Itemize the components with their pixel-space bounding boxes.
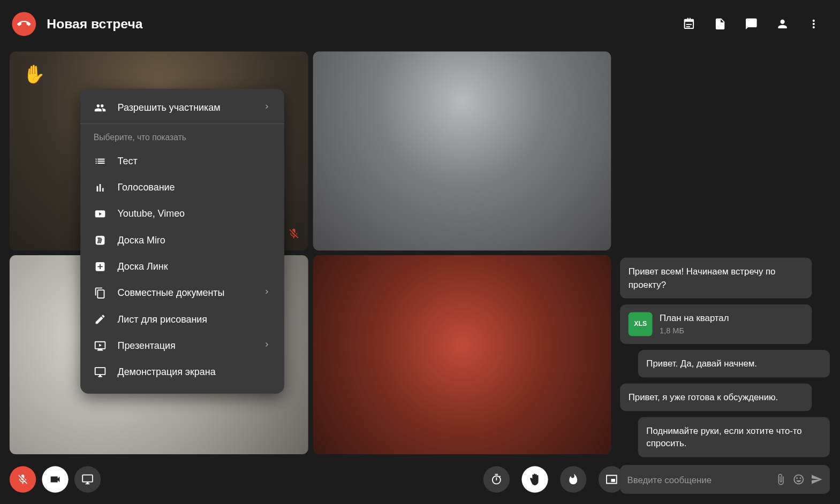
- more-button[interactable]: [807, 17, 821, 30]
- menu-label: Тест: [118, 156, 138, 166]
- chat-button[interactable]: [745, 17, 758, 30]
- attach-icon: [775, 474, 786, 485]
- mic-off-icon: [17, 474, 28, 485]
- raised-hand-icon: ✋: [23, 64, 45, 85]
- chevron-right-icon: [263, 340, 271, 351]
- chevron-right-icon: [263, 288, 271, 299]
- raise-hand-button[interactable]: [521, 466, 548, 492]
- meeting-title: Новая встреча: [47, 16, 671, 32]
- share-button[interactable]: [74, 466, 101, 492]
- group-icon: [94, 102, 107, 113]
- send-button[interactable]: [811, 474, 822, 485]
- menu-drawing[interactable]: Лист для рисования: [80, 306, 284, 332]
- notes-button[interactable]: [683, 17, 696, 30]
- menu-miro[interactable]: Доска Miro: [80, 227, 284, 253]
- menu-label: Youtube, Vimeo: [118, 209, 185, 219]
- menu-collab-docs[interactable]: Совместные документы: [80, 280, 284, 306]
- edit-icon: [94, 314, 107, 325]
- chat-message: Привет. Да, давай начнем.: [638, 350, 830, 377]
- menu-label: Разрешить участникам: [118, 103, 221, 113]
- chat-message: Привет всем! Начинаем встречу по проекту…: [620, 258, 812, 299]
- menu-subtitle: Выберите, что показать: [80, 126, 284, 148]
- header: Новая встреча: [0, 0, 839, 48]
- timer-button[interactable]: [483, 466, 510, 492]
- list-icon: [94, 155, 107, 167]
- chat-message: Привет, я уже готова к обсуждению.: [620, 384, 812, 411]
- message-input[interactable]: [627, 474, 769, 484]
- menu-label: Совместные документы: [118, 288, 225, 299]
- divider: [80, 124, 284, 124]
- person-icon: [776, 17, 789, 30]
- menu-presentation[interactable]: Презентация: [80, 333, 284, 359]
- menu-link-board[interactable]: Доска Линк: [80, 254, 284, 280]
- muted-indicator: [287, 228, 299, 242]
- hangup-button[interactable]: [12, 12, 36, 36]
- menu-label: Лист для рисования: [118, 314, 208, 325]
- participant-tile[interactable]: [313, 51, 611, 250]
- chat-file-message[interactable]: XLS План на квартал 1,8 МБ: [620, 304, 812, 344]
- attach-button[interactable]: [775, 474, 786, 485]
- hand-icon: [529, 474, 541, 485]
- desktop-icon: [81, 474, 93, 485]
- camera-toggle-button[interactable]: [42, 466, 68, 492]
- menu-label: Презентация: [118, 340, 176, 351]
- file-meta: План на квартал 1,8 МБ: [660, 311, 729, 337]
- play-icon: [94, 208, 107, 220]
- message-input-container: [620, 465, 830, 494]
- bottom-bar: [10, 464, 830, 495]
- header-actions: [683, 17, 828, 30]
- more-vert-icon: [807, 17, 821, 30]
- document-icon: [714, 17, 727, 30]
- file-size: 1,8 МБ: [660, 325, 729, 337]
- phone-icon: [14, 14, 33, 33]
- menu-allow-participants[interactable]: Разрешить участникам: [80, 95, 284, 121]
- participants-button[interactable]: [776, 17, 789, 30]
- document-button[interactable]: [714, 17, 727, 30]
- file-name: План на квартал: [660, 311, 729, 324]
- mic-toggle-button[interactable]: [10, 466, 36, 492]
- chat-icon: [745, 17, 758, 30]
- menu-label: Доска Линк: [118, 261, 168, 272]
- send-icon: [811, 474, 822, 485]
- menu-poll[interactable]: Голосование: [80, 174, 284, 201]
- miro-icon: [94, 234, 107, 246]
- menu-label: Демонстрация экрана: [118, 366, 216, 377]
- secondary-controls: [483, 466, 631, 492]
- share-menu: Разрешить участникам Выберите, что показ…: [80, 89, 284, 394]
- fire-icon: [567, 474, 579, 485]
- chat-panel: Привет всем! Начинаем встречу по проекту…: [620, 258, 830, 463]
- mic-off-icon: [287, 228, 299, 240]
- presentation-icon: [94, 340, 107, 352]
- desktop-icon: [94, 366, 107, 378]
- pip-icon: [606, 474, 617, 485]
- file-xls-icon: XLS: [629, 312, 653, 336]
- menu-video[interactable]: Youtube, Vimeo: [80, 201, 284, 227]
- menu-label: Доска Miro: [118, 235, 165, 246]
- timer-icon: [490, 474, 502, 485]
- notes-icon: [683, 17, 696, 30]
- reactions-button[interactable]: [560, 466, 586, 492]
- chat-message: Поднимайте руки, если хотите что-то спро…: [638, 417, 830, 457]
- camera-icon: [49, 474, 61, 485]
- menu-screen-share[interactable]: Демонстрация экрана: [80, 359, 284, 385]
- smile-icon: [793, 474, 805, 485]
- copy-icon: [94, 287, 107, 299]
- menu-test[interactable]: Тест: [80, 148, 284, 174]
- board-icon: [94, 261, 107, 272]
- chevron-right-icon: [263, 103, 271, 113]
- participant-tile[interactable]: [313, 255, 611, 454]
- bar-chart-icon: [94, 181, 107, 193]
- emoji-button[interactable]: [793, 474, 805, 485]
- menu-label: Голосование: [118, 182, 175, 193]
